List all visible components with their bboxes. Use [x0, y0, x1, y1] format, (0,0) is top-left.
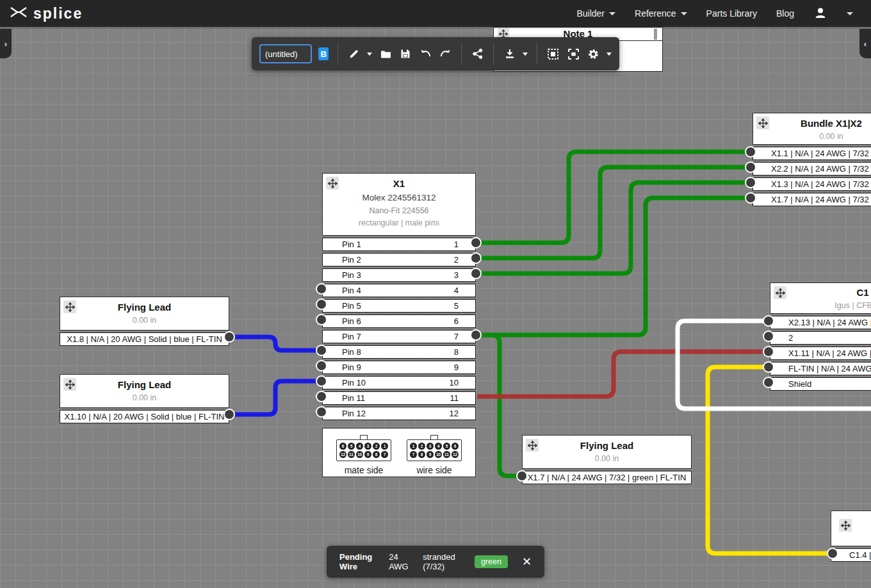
- harness-title-input[interactable]: [259, 44, 312, 63]
- port-flying-lead-1[interactable]: [224, 332, 234, 342]
- download-button[interactable]: [503, 44, 516, 63]
- port-x1-pin7[interactable]: [471, 330, 481, 340]
- flying-lead-1-row[interactable]: X1.8 | N/A | 20 AWG | Solid | blue | FL-…: [60, 332, 229, 346]
- port-x1-pin10[interactable]: [316, 376, 327, 386]
- port-c1-x2-13[interactable]: [763, 316, 774, 326]
- c1-wire-row[interactable]: FL-TIN | N/A | 24 AWG | 7/32: [770, 362, 871, 375]
- x1-pin-row[interactable]: Pin 1212: [322, 407, 476, 420]
- settings-menu-caret[interactable]: [606, 53, 612, 56]
- move-handle-icon[interactable]: [326, 177, 339, 190]
- wire-x1p7-bundle[interactable]: [476, 198, 751, 335]
- right-panel-expand-tab[interactable]: ‹: [859, 29, 871, 58]
- flying-lead-2-node[interactable]: Flying Lead 0.00 in X1.10 | N/A | 20 AWG…: [60, 374, 229, 423]
- port-bundle-x1-7[interactable]: [745, 193, 756, 203]
- port-x1-pin3[interactable]: [471, 268, 481, 279]
- port-bottom-right-c1-4[interactable]: [827, 548, 838, 559]
- bundle-node[interactable]: Bundle X1|X2 0.00 in X1.1 | N/A | 24 AWG…: [753, 113, 871, 206]
- port-x1-pin2[interactable]: [471, 253, 481, 263]
- move-handle-icon[interactable]: [63, 300, 76, 313]
- wire-fl1-x1p8[interactable]: [229, 337, 322, 350]
- port-x1-pin1[interactable]: [471, 238, 481, 248]
- port-x1-pin4[interactable]: [316, 284, 327, 294]
- bundle-wire-row[interactable]: X1.1 | N/A | 24 AWG | 7/32 | green: [753, 147, 871, 160]
- nav-blog[interactable]: Blog: [776, 8, 794, 19]
- move-handle-icon[interactable]: [839, 519, 852, 532]
- nav-builder[interactable]: Builder: [576, 8, 615, 19]
- port-x1-pin11[interactable]: [316, 391, 327, 402]
- fit-to-screen-button[interactable]: [566, 44, 580, 63]
- x1-pin-row[interactable]: Pin 66: [322, 314, 476, 328]
- port-c1-2[interactable]: [763, 331, 774, 341]
- wire-x1p2-bundle[interactable]: [476, 167, 751, 258]
- c1-wire-row[interactable]: X1.11 | N/A | 24 AWG | 7/32: [770, 347, 871, 360]
- download-menu-caret[interactable]: [523, 53, 528, 56]
- account-button[interactable]: [813, 6, 827, 22]
- x1-pin-row[interactable]: Pin 77: [322, 330, 476, 343]
- note-scrollbar[interactable]: [654, 29, 657, 40]
- port-flying-lead-2[interactable]: [224, 409, 234, 420]
- x1-pin-row[interactable]: Pin 33: [322, 268, 476, 282]
- port-c1-x1-11[interactable]: [763, 347, 774, 357]
- port-x1-pin6[interactable]: [316, 314, 327, 325]
- port-bundle-x1-1[interactable]: [745, 147, 756, 157]
- diagram-canvas[interactable]: Note 1 Flying Lead 0.00 in X1.8 | N/A | …: [0, 27, 871, 588]
- x1-pin-row[interactable]: Pin 11: [322, 238, 476, 251]
- port-x1-pin12[interactable]: [316, 407, 327, 417]
- move-handle-icon[interactable]: [774, 286, 786, 299]
- port-c1-shield[interactable]: [763, 377, 774, 388]
- wire-x1p3-bundle[interactable]: [476, 183, 751, 274]
- select-all-button[interactable]: [546, 44, 560, 63]
- port-x1-pin9[interactable]: [316, 361, 327, 371]
- port-bundle-x2-2[interactable]: [745, 162, 756, 172]
- move-handle-icon[interactable]: [63, 378, 76, 391]
- left-panel-expand-tab[interactable]: ›: [0, 29, 12, 58]
- flying-lead-3-node[interactable]: Flying Lead 0.00 in X1.7 | N/A | 24 AWG …: [522, 435, 692, 484]
- port-bundle-x1-3[interactable]: [745, 177, 756, 188]
- c1-wire-row[interactable]: X2.13 | N/A | 24 AWG | 7/32: [770, 316, 871, 329]
- wire-x1p7-flyinglead[interactable]: [476, 335, 522, 476]
- pin-name: Pin 11: [323, 393, 365, 403]
- nav-reference[interactable]: Reference: [635, 8, 687, 19]
- bundle-wire-row[interactable]: X1.7 | N/A | 24 AWG | 7/32 | green: [753, 193, 871, 206]
- wire-fl2-x1p10[interactable]: [229, 381, 322, 414]
- x1-pin-row[interactable]: Pin 88: [322, 345, 476, 359]
- x1-pin-row[interactable]: Pin 44: [322, 284, 476, 297]
- splice-logo[interactable]: splice: [0, 0, 92, 27]
- undo-button[interactable]: [419, 44, 432, 63]
- save-button[interactable]: [399, 44, 412, 63]
- c1-wire-row[interactable]: Shield: [770, 377, 871, 391]
- x1-pin-row[interactable]: Pin 1111: [322, 391, 476, 405]
- x1-connector-node[interactable]: X1 Molex 2245561312 Nano-Fit 224556 rect…: [322, 173, 476, 477]
- port-flying-lead-3[interactable]: [517, 471, 527, 481]
- close-icon[interactable]: ✕: [522, 556, 532, 568]
- flying-lead-2-row[interactable]: X1.10 | N/A | 20 AWG | Solid | blue | FL…: [60, 410, 229, 423]
- x1-pin-row[interactable]: Pin 55: [322, 299, 476, 313]
- edit-pencil-button[interactable]: [347, 44, 361, 63]
- x1-pin-row[interactable]: Pin 1010: [322, 376, 476, 389]
- wire-x1p11-c1[interactable]: [477, 352, 769, 396]
- pin-dot: 2: [373, 443, 380, 450]
- wire-c1-bottomright[interactable]: [708, 367, 833, 553]
- port-c1-fl-tin[interactable]: [763, 362, 774, 372]
- move-handle-icon[interactable]: [526, 439, 539, 452]
- c1-node[interactable]: C1 Igus | CFBUS-0 X2.13 | N/A | 24 AWG |…: [770, 282, 871, 391]
- flying-lead-3-row[interactable]: X1.7 | N/A | 24 AWG | 7/32 | green | FL-…: [522, 471, 692, 484]
- x1-pin-row[interactable]: Pin 99: [322, 361, 476, 374]
- open-folder-button[interactable]: [379, 44, 392, 63]
- settings-gear-button[interactable]: [587, 44, 600, 63]
- bundle-wire-row[interactable]: X1.3 | N/A | 24 AWG | 7/32 | green: [753, 177, 871, 191]
- wire-x1p1-bundle[interactable]: [476, 152, 751, 243]
- x1-pin-row[interactable]: Pin 22: [322, 253, 476, 266]
- port-x1-pin5[interactable]: [316, 299, 327, 309]
- account-menu-caret[interactable]: [847, 12, 853, 15]
- edit-menu-caret[interactable]: [367, 53, 372, 56]
- flying-lead-1-node[interactable]: Flying Lead 0.00 in X1.8 | N/A | 20 AWG …: [60, 297, 229, 346]
- node-subtitle: Igus | CFBUS-0: [770, 300, 871, 312]
- nav-parts-library[interactable]: Parts Library: [706, 8, 757, 19]
- port-x1-pin8[interactable]: [316, 345, 327, 355]
- share-button[interactable]: [471, 44, 484, 63]
- redo-button[interactable]: [439, 44, 452, 63]
- bundle-wire-row[interactable]: X2.2 | N/A | 24 AWG | 7/32 | green: [753, 162, 871, 176]
- c1-wire-row[interactable]: 2: [770, 331, 871, 345]
- move-handle-icon[interactable]: [756, 117, 769, 129]
